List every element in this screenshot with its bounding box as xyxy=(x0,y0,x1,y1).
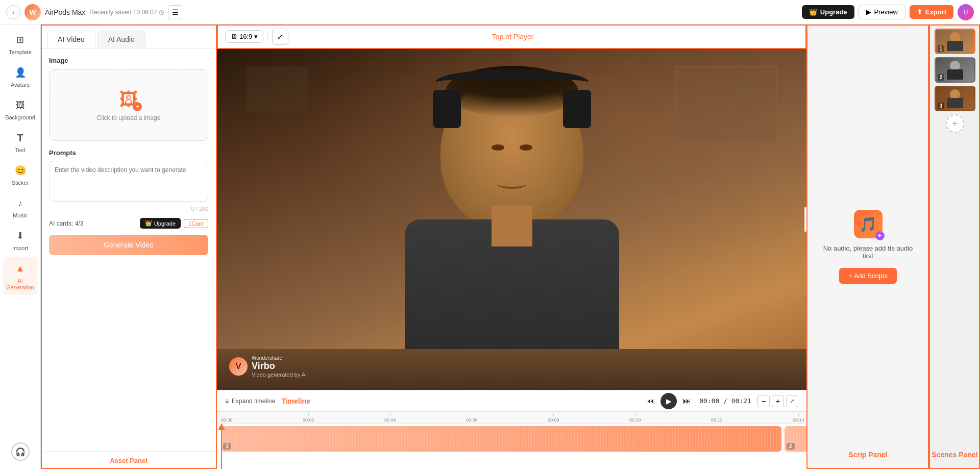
crown-icon: 👑 xyxy=(809,8,817,16)
sidebar-item-music[interactable]: ♪ Music xyxy=(3,192,38,223)
upload-icon-wrapper: 🖼 + xyxy=(119,89,138,110)
timeline-controls: ≡ Expand timeline Timeline ⏮ ▶ ⏭ 00:00 /… xyxy=(217,390,806,412)
zoom-out-button[interactable]: − xyxy=(757,395,770,407)
tick-5: 00:10 xyxy=(629,413,641,423)
play-button[interactable]: ▶ xyxy=(660,393,677,409)
player-top-bar: 🖥 16:9 ▾ ⤢ Top of Player xyxy=(217,24,806,49)
fullscreen-button[interactable]: ⤢ xyxy=(272,29,288,45)
clock-icon: ◷ xyxy=(159,9,164,16)
panel-content: Image 🖼 + Click to upload a image Prompt… xyxy=(41,48,216,451)
sticker-icon: 😊 xyxy=(13,163,28,178)
no-audio-icon: 🎵 xyxy=(854,210,883,238)
one-card-badge: 1Card xyxy=(184,219,208,228)
scene-3[interactable]: 3 xyxy=(935,86,975,111)
ai-cards-row: AI cards: 4/3 👑 Upgrade 1Card xyxy=(49,218,208,229)
clip-2-badge: 2 xyxy=(787,443,795,450)
scene-2[interactable]: 2 xyxy=(935,57,975,83)
export-button[interactable]: ⬆ Export xyxy=(910,5,953,19)
add-scripts-button[interactable]: + Add Scripts xyxy=(839,268,897,284)
monitor-icon: 🖥 xyxy=(231,33,237,40)
video-container: V Wondershare Virbo Video generated by A… xyxy=(217,49,806,390)
generate-video-button[interactable]: Generate Video xyxy=(49,235,208,255)
skip-back-button[interactable]: ⏮ xyxy=(644,394,656,408)
script-panel: 🎵 No audio, please add tts audio first +… xyxy=(806,24,929,469)
transport-controls: ⏮ ▶ ⏭ xyxy=(644,393,693,409)
scene-3-badge: 3 xyxy=(938,103,945,109)
preview-button[interactable]: ▶ Preview xyxy=(859,5,905,19)
scene-2-badge: 2 xyxy=(938,74,945,81)
sidebar-item-background[interactable]: 🖼 Background xyxy=(3,94,38,125)
expand-timeline-button[interactable]: ≡ Expand timeline xyxy=(225,398,275,405)
sidebar-item-text[interactable]: T Text xyxy=(3,127,38,157)
prompts-label: Prompts xyxy=(49,149,208,157)
sidebar-item-import[interactable]: ⬇ Import xyxy=(3,225,38,255)
save-status: Recently saved 10:06:07 ◷ xyxy=(89,9,164,16)
clip-1[interactable]: 1 xyxy=(221,426,781,452)
fit-button[interactable]: ⤢ xyxy=(786,395,798,407)
clip-2[interactable]: 2 xyxy=(785,426,806,452)
notes-button[interactable]: ☰ xyxy=(168,5,182,19)
help-button[interactable]: 🎧 xyxy=(11,442,30,461)
sidebar-item-avatars[interactable]: 👤 Avatars xyxy=(3,61,38,92)
clip-1-waveform xyxy=(221,426,781,452)
logo-text: Wondershare Virbo Video generated by AI xyxy=(252,355,307,378)
image-section-label: Image xyxy=(49,57,208,64)
ai-cards-text: AI cards: 4/3 xyxy=(49,220,83,227)
time-display: 00:00 / 00:21 xyxy=(699,397,751,405)
skip-forward-button[interactable]: ⏭ xyxy=(681,394,693,408)
crown-small-icon: 👑 xyxy=(145,220,152,227)
topbar-right: 👑 Upgrade ▶ Preview ⬆ Export U xyxy=(802,4,974,20)
center-column: 🖥 16:9 ▾ ⤢ Top of Player xyxy=(217,24,806,469)
timeline-tracks[interactable]: 1 2 3 xyxy=(217,424,806,469)
ai-generation-icon: ▲ xyxy=(13,261,28,276)
sidebar-item-template[interactable]: ⊞ Template xyxy=(3,29,38,59)
scene-1[interactable]: 1 xyxy=(935,29,975,54)
topbar-left: ‹ W AirPods Max Recently saved 10:06:07 … xyxy=(6,4,796,20)
tick-4: 00:08 xyxy=(548,413,559,423)
tick-1: 00:02 xyxy=(303,413,314,423)
text-icon: T xyxy=(13,131,28,145)
main-area: ⊞ Template 👤 Avatars 🖼 Background T Text… xyxy=(0,24,980,469)
icon-sidebar: ⊞ Template 👤 Avatars 🖼 Background T Text… xyxy=(0,24,41,469)
aspect-ratio-button[interactable]: 🖥 16:9 ▾ xyxy=(225,30,263,43)
zoom-controls: − + ⤢ xyxy=(757,395,798,407)
script-panel-label: Scrip Panel xyxy=(848,451,887,459)
topbar: ‹ W AirPods Max Recently saved 10:06:07 … xyxy=(0,0,980,24)
add-scene-button[interactable]: + xyxy=(946,114,964,133)
scene-1-badge: 1 xyxy=(938,45,945,52)
no-audio-text: No audio, please add tts audio first xyxy=(817,244,919,260)
tab-ai-video[interactable]: AI Video xyxy=(47,31,95,48)
upload-area[interactable]: 🖼 + Click to upload a image xyxy=(49,69,208,141)
timeline-ruler: 00:00 00:02 00:04 00:06 00:08 00:10 00:1… xyxy=(217,412,806,424)
prompts-textarea[interactable] xyxy=(49,161,208,202)
tick-3: 00:06 xyxy=(466,413,478,423)
timeline-playhead xyxy=(221,424,222,469)
video-placeholder xyxy=(217,49,806,390)
back-button[interactable]: ‹ xyxy=(6,5,20,19)
chevron-down-icon: ▾ xyxy=(254,33,258,40)
timeline-area: ≡ Expand timeline Timeline ⏮ ▶ ⏭ 00:00 /… xyxy=(217,390,806,469)
collapse-button[interactable]: › xyxy=(804,207,806,232)
template-icon: ⊞ xyxy=(13,33,28,47)
zoom-in-button[interactable]: + xyxy=(772,395,784,407)
tick-6: 00:12 xyxy=(711,413,723,423)
player-top-label: Top of Player xyxy=(492,33,534,41)
asset-panel-label: Asset Panel xyxy=(110,457,148,464)
clip-1-badge: 1 xyxy=(223,443,231,450)
avatar[interactable]: U xyxy=(958,4,974,20)
tick-2: 00:04 xyxy=(384,413,396,423)
music-icon: ♪ xyxy=(13,196,28,210)
background-icon: 🖼 xyxy=(13,98,28,112)
upgrade-small-button[interactable]: 👑 Upgrade xyxy=(140,218,181,229)
video-logo: V Wondershare Virbo Video generated by A… xyxy=(229,355,307,378)
export-icon: ⬆ xyxy=(917,8,922,16)
sidebar-item-sticker[interactable]: 😊 Sticker xyxy=(3,159,38,190)
panel-tabs: AI Video AI Audio xyxy=(41,24,216,48)
tick-7: 00:14 xyxy=(793,413,804,423)
logo-icon: V xyxy=(229,357,248,376)
tick-0: 00:00 xyxy=(221,413,233,423)
tab-ai-audio[interactable]: AI Audio xyxy=(97,31,145,48)
upgrade-button[interactable]: 👑 Upgrade xyxy=(802,5,854,19)
asset-panel: AI Video AI Audio Image 🖼 + Click to upl… xyxy=(41,24,217,469)
sidebar-item-ai-generation[interactable]: ▲ AI Generation xyxy=(3,257,38,295)
